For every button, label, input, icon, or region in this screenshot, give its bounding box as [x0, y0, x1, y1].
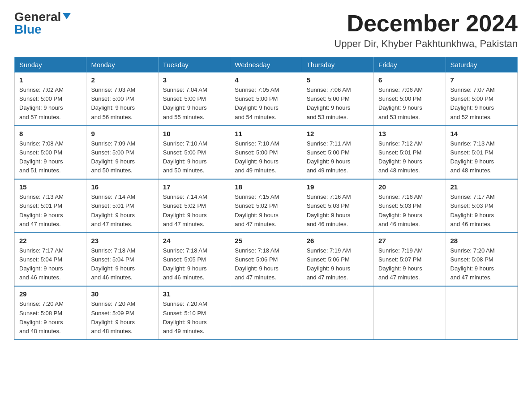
day-info: Sunrise: 7:07 AMSunset: 5:00 PMDaylight:… [450, 86, 513, 122]
calendar-cell: 9Sunrise: 7:09 AMSunset: 5:00 PMDaylight… [86, 126, 158, 180]
calendar-cell: 31Sunrise: 7:20 AMSunset: 5:10 PMDayligh… [158, 286, 230, 340]
day-number: 17 [163, 183, 225, 191]
calendar-cell: 6Sunrise: 7:06 AMSunset: 5:00 PMDaylight… [374, 73, 446, 126]
week-row: 15Sunrise: 7:13 AMSunset: 5:01 PMDayligh… [15, 179, 518, 233]
day-number: 27 [378, 237, 441, 244]
calendar-cell [374, 286, 446, 340]
page-header: General Blue December 2024 Upper Dir, Kh… [14, 11, 518, 50]
day-number: 5 [307, 76, 369, 84]
week-row: 22Sunrise: 7:17 AMSunset: 5:04 PMDayligh… [15, 233, 518, 287]
day-number: 30 [91, 290, 153, 298]
day-number: 25 [235, 237, 297, 244]
calendar-cell: 8Sunrise: 7:08 AMSunset: 5:00 PMDaylight… [15, 126, 86, 180]
day-number: 28 [450, 237, 513, 244]
svg-marker-0 [63, 13, 71, 19]
day-number: 16 [91, 183, 153, 191]
days-header-row: SundayMondayTuesdayWednesdayThursdayFrid… [15, 57, 518, 73]
day-number: 19 [307, 183, 369, 191]
calendar-cell: 16Sunrise: 7:14 AMSunset: 5:01 PMDayligh… [86, 179, 158, 233]
day-number: 18 [235, 183, 297, 191]
calendar-cell: 5Sunrise: 7:06 AMSunset: 5:00 PMDaylight… [302, 73, 373, 126]
day-info: Sunrise: 7:17 AMSunset: 5:03 PMDaylight:… [450, 193, 513, 229]
week-row: 29Sunrise: 7:20 AMSunset: 5:08 PMDayligh… [15, 286, 518, 340]
calendar-cell: 21Sunrise: 7:17 AMSunset: 5:03 PMDayligh… [446, 179, 517, 233]
day-info: Sunrise: 7:13 AMSunset: 5:01 PMDaylight:… [19, 193, 82, 229]
calendar-cell: 30Sunrise: 7:20 AMSunset: 5:09 PMDayligh… [86, 286, 158, 340]
day-info: Sunrise: 7:13 AMSunset: 5:01 PMDaylight:… [450, 139, 513, 176]
calendar-cell: 13Sunrise: 7:12 AMSunset: 5:01 PMDayligh… [374, 126, 446, 180]
calendar-cell: 28Sunrise: 7:20 AMSunset: 5:08 PMDayligh… [446, 233, 517, 287]
day-number: 10 [163, 130, 225, 137]
calendar-cell: 23Sunrise: 7:18 AMSunset: 5:04 PMDayligh… [86, 233, 158, 287]
day-info: Sunrise: 7:17 AMSunset: 5:04 PMDaylight:… [19, 246, 82, 283]
day-number: 11 [235, 130, 297, 137]
week-row: 1Sunrise: 7:02 AMSunset: 5:00 PMDaylight… [15, 73, 518, 126]
day-info: Sunrise: 7:18 AMSunset: 5:04 PMDaylight:… [91, 246, 153, 283]
day-info: Sunrise: 7:09 AMSunset: 5:00 PMDaylight:… [91, 139, 153, 176]
day-number: 4 [235, 76, 297, 84]
calendar-cell: 15Sunrise: 7:13 AMSunset: 5:01 PMDayligh… [15, 179, 86, 233]
day-number: 21 [450, 183, 513, 191]
day-info: Sunrise: 7:12 AMSunset: 5:01 PMDaylight:… [378, 139, 441, 176]
day-info: Sunrise: 7:15 AMSunset: 5:02 PMDaylight:… [235, 193, 297, 229]
day-info: Sunrise: 7:14 AMSunset: 5:01 PMDaylight:… [91, 193, 153, 229]
day-of-week-header: Thursday [302, 57, 373, 73]
day-number: 2 [91, 76, 153, 84]
day-number: 12 [307, 130, 369, 137]
day-number: 7 [450, 76, 513, 84]
logo-text-general: General [14, 11, 61, 23]
day-info: Sunrise: 7:08 AMSunset: 5:00 PMDaylight:… [19, 139, 82, 176]
day-info: Sunrise: 7:20 AMSunset: 5:08 PMDaylight:… [450, 246, 513, 283]
calendar-cell [446, 286, 517, 340]
calendar-cell: 24Sunrise: 7:18 AMSunset: 5:05 PMDayligh… [158, 233, 230, 287]
day-info: Sunrise: 7:19 AMSunset: 5:06 PMDaylight:… [307, 246, 369, 283]
location-subtitle: Upper Dir, Khyber Pakhtunkhwa, Pakistan [334, 38, 518, 50]
logo: General Blue [14, 11, 72, 36]
day-of-week-header: Sunday [15, 57, 86, 73]
day-number: 1 [19, 76, 82, 84]
day-info: Sunrise: 7:06 AMSunset: 5:00 PMDaylight:… [378, 86, 441, 122]
calendar-cell [230, 286, 302, 340]
day-number: 14 [450, 130, 513, 137]
calendar-cell [302, 286, 373, 340]
calendar-cell: 2Sunrise: 7:03 AMSunset: 5:00 PMDaylight… [86, 73, 158, 126]
day-of-week-header: Monday [86, 57, 158, 73]
day-number: 8 [19, 130, 82, 137]
day-info: Sunrise: 7:14 AMSunset: 5:02 PMDaylight:… [163, 193, 225, 229]
day-number: 13 [378, 130, 441, 137]
day-number: 31 [163, 290, 225, 298]
day-number: 6 [378, 76, 441, 84]
calendar-cell: 27Sunrise: 7:19 AMSunset: 5:07 PMDayligh… [374, 233, 446, 287]
day-info: Sunrise: 7:16 AMSunset: 5:03 PMDaylight:… [307, 193, 369, 229]
day-info: Sunrise: 7:18 AMSunset: 5:05 PMDaylight:… [163, 246, 225, 283]
calendar-cell: 25Sunrise: 7:18 AMSunset: 5:06 PMDayligh… [230, 233, 302, 287]
day-number: 20 [378, 183, 441, 191]
day-of-week-header: Friday [374, 57, 446, 73]
calendar-cell: 3Sunrise: 7:04 AMSunset: 5:00 PMDaylight… [158, 73, 230, 126]
calendar-cell: 7Sunrise: 7:07 AMSunset: 5:00 PMDaylight… [446, 73, 517, 126]
day-info: Sunrise: 7:16 AMSunset: 5:03 PMDaylight:… [378, 193, 441, 229]
day-info: Sunrise: 7:06 AMSunset: 5:00 PMDaylight:… [307, 86, 369, 122]
calendar-cell: 22Sunrise: 7:17 AMSunset: 5:04 PMDayligh… [15, 233, 86, 287]
calendar-cell: 1Sunrise: 7:02 AMSunset: 5:00 PMDaylight… [15, 73, 86, 126]
day-of-week-header: Saturday [446, 57, 517, 73]
day-number: 24 [163, 237, 225, 244]
day-info: Sunrise: 7:04 AMSunset: 5:00 PMDaylight:… [163, 86, 225, 122]
day-info: Sunrise: 7:10 AMSunset: 5:00 PMDaylight:… [235, 139, 297, 176]
day-info: Sunrise: 7:05 AMSunset: 5:00 PMDaylight:… [235, 86, 297, 122]
calendar-cell: 14Sunrise: 7:13 AMSunset: 5:01 PMDayligh… [446, 126, 517, 180]
calendar-cell: 12Sunrise: 7:11 AMSunset: 5:00 PMDayligh… [302, 126, 373, 180]
day-of-week-header: Tuesday [158, 57, 230, 73]
day-number: 22 [19, 237, 82, 244]
day-info: Sunrise: 7:20 AMSunset: 5:09 PMDaylight:… [91, 300, 153, 336]
logo-text-blue: Blue [14, 23, 42, 36]
calendar-cell: 29Sunrise: 7:20 AMSunset: 5:08 PMDayligh… [15, 286, 86, 340]
day-info: Sunrise: 7:20 AMSunset: 5:10 PMDaylight:… [163, 300, 225, 336]
day-info: Sunrise: 7:19 AMSunset: 5:07 PMDaylight:… [378, 246, 441, 283]
calendar-cell: 19Sunrise: 7:16 AMSunset: 5:03 PMDayligh… [302, 179, 373, 233]
day-number: 29 [19, 290, 82, 298]
day-number: 3 [163, 76, 225, 84]
calendar-cell: 10Sunrise: 7:10 AMSunset: 5:00 PMDayligh… [158, 126, 230, 180]
day-of-week-header: Wednesday [230, 57, 302, 73]
calendar-cell: 11Sunrise: 7:10 AMSunset: 5:00 PMDayligh… [230, 126, 302, 180]
